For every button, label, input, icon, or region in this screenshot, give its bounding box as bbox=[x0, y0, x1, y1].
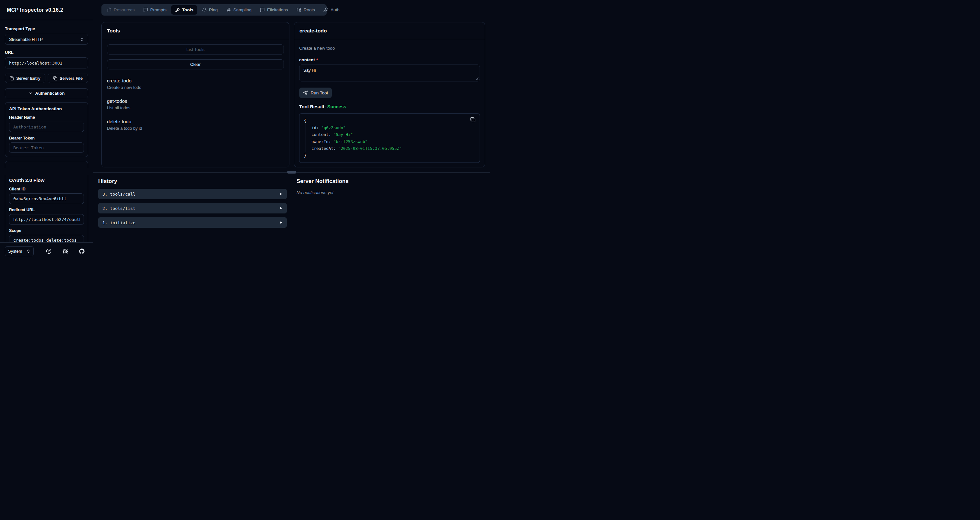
tool-detail-body: Create a new todo content* Say Hi Run To… bbox=[294, 39, 485, 163]
resize-grip-icon[interactable] bbox=[476, 78, 479, 80]
content-textarea[interactable]: Say Hi bbox=[299, 65, 480, 81]
redirect-url-input[interactable] bbox=[9, 214, 84, 225]
expand-triangle-icon bbox=[279, 207, 283, 210]
history-list: 3. tools/call 2. tools/list 1. initializ… bbox=[98, 189, 287, 228]
tab-label: Resources bbox=[114, 8, 135, 12]
chevrons-up-down-icon bbox=[80, 37, 84, 41]
copy-result-button[interactable] bbox=[470, 117, 476, 123]
client-id-label: Client ID bbox=[9, 187, 84, 191]
history-item-label: 1. initialize bbox=[102, 220, 135, 225]
tool-result-status: Success bbox=[327, 104, 347, 109]
tab-sampling[interactable]: Sampling bbox=[222, 5, 255, 14]
content-field-wrap: Say Hi bbox=[299, 65, 480, 82]
tab-auth[interactable]: Auth bbox=[320, 5, 344, 14]
run-tool-label: Run Tool bbox=[310, 91, 328, 96]
tool-description: List all todos bbox=[107, 105, 284, 110]
tab-label: Sampling bbox=[233, 8, 251, 12]
server-entry-label: Server Entry bbox=[16, 76, 40, 81]
list-item[interactable]: delete-todo Delete a todo by id bbox=[107, 119, 284, 131]
tool-name: delete-todo bbox=[107, 119, 284, 124]
help-circle-icon[interactable] bbox=[46, 249, 51, 254]
sidebar: MCP Inspector v0.16.2 Transport Type Str… bbox=[0, 0, 93, 260]
scope-label: Scope bbox=[9, 228, 84, 233]
tab-label: Ping bbox=[209, 8, 218, 12]
chevrons-up-down-icon bbox=[26, 249, 30, 254]
history-item-label: 2. tools/list bbox=[102, 206, 135, 211]
api-token-card: API Token Authentication Header Name Bea… bbox=[5, 102, 88, 157]
tab-elicitations[interactable]: Elicitations bbox=[256, 5, 292, 14]
bug-icon[interactable] bbox=[62, 249, 68, 254]
json-entry: createdAt: "2025-08-01T15:37:05.955Z" bbox=[312, 145, 475, 152]
scope-input[interactable] bbox=[9, 235, 84, 242]
json-entry: content: "Say Hi" bbox=[312, 131, 475, 138]
mcp-inspector-app: MCP Inspector v0.16.2 Transport Type Str… bbox=[0, 0, 490, 260]
github-icon[interactable] bbox=[79, 249, 84, 254]
tool-name: create-todo bbox=[107, 78, 284, 83]
files-icon bbox=[107, 8, 111, 12]
json-close-brace: } bbox=[304, 152, 475, 159]
api-token-title: API Token Authentication bbox=[9, 107, 84, 111]
transport-type-select[interactable]: Streamable HTTP bbox=[5, 34, 88, 45]
footer-icons bbox=[46, 249, 84, 254]
header-name-label: Header Name bbox=[9, 115, 84, 120]
sidebar-header: MCP Inspector v0.16.2 bbox=[0, 0, 93, 20]
history-item-tools-call[interactable]: 3. tools/call bbox=[98, 189, 287, 199]
tool-detail-description: Create a new todo bbox=[299, 46, 480, 51]
history-item-tools-list[interactable]: 2. tools/list bbox=[98, 203, 287, 214]
tools-panel-body: List Tools Clear create-todo Create a ne… bbox=[102, 39, 289, 144]
clipped-card-top bbox=[5, 161, 88, 168]
app-title: MCP Inspector v0.16.2 bbox=[7, 7, 63, 13]
tab-resources[interactable]: Resources bbox=[103, 5, 139, 14]
send-icon bbox=[303, 91, 308, 96]
url-input[interactable] bbox=[5, 57, 88, 69]
clear-button[interactable]: Clear bbox=[107, 59, 284, 69]
tab-bar: Resources Prompts Tools Ping Sampling El… bbox=[102, 4, 327, 16]
run-tool-button[interactable]: Run Tool bbox=[299, 88, 332, 98]
tool-description: Create a new todo bbox=[107, 85, 284, 90]
tools-panel-title: Tools bbox=[102, 22, 289, 39]
copy-icon bbox=[53, 76, 57, 80]
copy-buttons-row: Server Entry Servers File bbox=[5, 73, 88, 83]
list-item[interactable]: create-todo Create a new todo bbox=[107, 78, 284, 90]
sidebar-content: Transport Type Streamable HTTP URL Serve… bbox=[0, 20, 93, 242]
bearer-token-input[interactable] bbox=[9, 142, 84, 153]
oauth-flow-card: OAuth 2.0 Flow Client ID Redirect URL Sc… bbox=[5, 175, 88, 242]
tab-label: Tools bbox=[182, 8, 194, 12]
expand-triangle-icon bbox=[279, 192, 283, 196]
authentication-toggle[interactable]: Authentication bbox=[5, 88, 88, 98]
tools-panel: Tools List Tools Clear create-todo Creat… bbox=[102, 22, 290, 167]
tool-detail-title: create-todo bbox=[294, 22, 485, 39]
authentication-label: Authentication bbox=[35, 91, 65, 96]
tab-tools[interactable]: Tools bbox=[171, 5, 197, 14]
server-notifications-section: Server Notifications No notifications ye… bbox=[292, 172, 490, 260]
history-item-initialize[interactable]: 1. initialize bbox=[98, 217, 287, 228]
history-section: History 3. tools/call 2. tools/list 1. i… bbox=[93, 172, 292, 260]
transport-type-label: Transport Type bbox=[5, 26, 88, 31]
list-tools-button[interactable]: List Tools bbox=[107, 45, 284, 54]
tab-ping[interactable]: Ping bbox=[198, 5, 222, 14]
transport-type-value: Streamable HTTP bbox=[9, 37, 43, 42]
main-area: Resources Prompts Tools Ping Sampling El… bbox=[93, 0, 490, 260]
servers-file-label: Servers File bbox=[60, 76, 83, 81]
header-name-input[interactable] bbox=[9, 122, 84, 132]
key-icon bbox=[323, 8, 328, 12]
server-entry-button[interactable]: Server Entry bbox=[5, 73, 45, 83]
list-item[interactable]: get-todos List all todos bbox=[107, 98, 284, 110]
tool-name: get-todos bbox=[107, 98, 284, 104]
tab-label: Elicitations bbox=[267, 8, 288, 12]
server-notifications-title: Server Notifications bbox=[296, 178, 490, 185]
copy-icon bbox=[10, 76, 14, 80]
bearer-token-label: Bearer Token bbox=[9, 136, 84, 140]
json-entry: id: "q6z2sodn" bbox=[312, 124, 475, 131]
tool-result-label: Tool Result: bbox=[299, 104, 326, 109]
client-id-input[interactable] bbox=[9, 193, 84, 204]
theme-select-value: System bbox=[8, 249, 22, 254]
tab-prompts[interactable]: Prompts bbox=[139, 5, 170, 14]
json-open-brace: { bbox=[304, 117, 475, 124]
tab-roots[interactable]: Roots bbox=[293, 5, 319, 14]
folder-tree-icon bbox=[296, 8, 301, 12]
theme-select[interactable]: System bbox=[5, 246, 34, 256]
expand-triangle-icon bbox=[279, 221, 283, 224]
servers-file-button[interactable]: Servers File bbox=[48, 73, 88, 83]
tool-detail-panel: create-todo Create a new todo content* S… bbox=[294, 22, 485, 167]
